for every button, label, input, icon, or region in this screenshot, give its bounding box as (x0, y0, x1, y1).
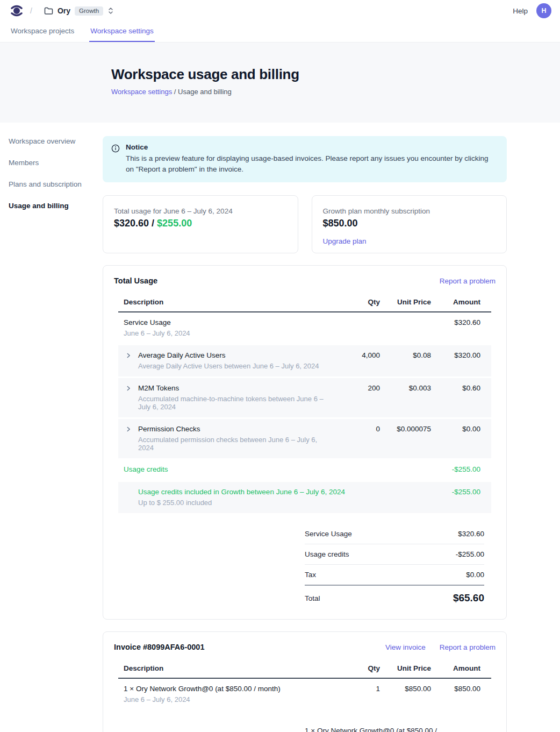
invoice-table: Description Qty Unit Price Amount 1 × Or… (118, 660, 491, 710)
summary-total-row: Total $65.60 (305, 586, 484, 606)
view-invoice-link[interactable]: View invoice (385, 643, 426, 651)
row-subtitle: Accumulated permission checks between Ju… (138, 436, 332, 452)
header-amount: Amount (431, 298, 480, 306)
row-subtitle: Up to $ 255.00 included (138, 499, 431, 507)
invoice-panel: Invoice #8099AFA6-0001 View invoice Repo… (103, 631, 507, 732)
notice-title: Notice (126, 143, 497, 151)
header-qty: Qty (332, 298, 380, 306)
help-button[interactable]: Help (513, 7, 528, 15)
sidebar-item-workspace-overview[interactable]: Workspace overview (9, 137, 103, 145)
invoice-panel-title: Invoice #8099AFA6-0001 (114, 643, 204, 651)
row-title: Permission Checks (138, 425, 332, 433)
chevron-right-icon[interactable] (124, 352, 133, 359)
usage-table: Description Qty Unit Price Amount Servic… (118, 294, 491, 513)
header-unit-price: Unit Price (380, 664, 431, 672)
row-qty: 1 (332, 685, 380, 693)
settings-sidebar: Workspace overview Members Plans and sub… (0, 123, 103, 732)
sidebar-item-usage-billing[interactable]: Usage and billing (9, 202, 103, 210)
table-row: Usage credits -$255.00 (118, 458, 491, 480)
row-subtitle: Accumulated machine-to-machine tokens be… (138, 395, 332, 411)
tab-workspace-projects[interactable]: Workspace projects (10, 22, 75, 42)
header-qty: Qty (332, 664, 380, 672)
total-usage-label: Total usage for June 6 – July 6, 2024 (114, 207, 287, 215)
usage-table-header: Description Qty Unit Price Amount (118, 294, 491, 312)
summary-row: Usage credits -$255.00 (305, 544, 484, 565)
chevron-right-icon[interactable] (124, 385, 133, 392)
table-row: M2M Tokens Accumulated machine-to-machin… (118, 378, 491, 417)
breadcrumb: Workspace settings / Usage and billing (111, 88, 560, 96)
row-amount: $320.60 (431, 318, 480, 326)
table-row: Permission Checks Accumulated permission… (118, 419, 491, 458)
summary-row: 1 × Ory Network Growth@0 (at $850.00 / m… (305, 721, 484, 732)
ory-logo-icon[interactable] (10, 4, 24, 18)
row-qty: 0 (332, 425, 380, 433)
row-unit-price: $0.08 (380, 351, 431, 359)
notice-banner: Notice This is a preview feature for dis… (103, 136, 507, 182)
plan-subscription-card: Growth plan monthly subscription $850.00… (312, 195, 507, 253)
plan-amount: $850.00 (323, 218, 496, 229)
invoice-table-header: Description Qty Unit Price Amount (118, 660, 491, 679)
row-amount: -$255.00 (431, 465, 480, 473)
row-amount: $0.00 (431, 425, 480, 433)
chevron-right-icon[interactable] (124, 426, 133, 432)
table-row: Usage credits included in Growth between… (118, 482, 491, 513)
folder-icon (44, 7, 53, 15)
page-header: Workspace usage and billing Workspace se… (0, 42, 560, 123)
page-title: Workspace usage and billing (111, 66, 560, 83)
row-unit-price: $0.003 (380, 384, 431, 392)
row-unit-price: $0.000075 (380, 425, 431, 433)
upgrade-plan-link[interactable]: Upgrade plan (323, 237, 367, 245)
row-subtitle: Average Daily Active Users between June … (138, 362, 319, 370)
row-amount: $320.00 (431, 351, 480, 359)
row-subtitle: June 6 – July 6, 2024 (124, 329, 332, 337)
report-problem-link[interactable]: Report a problem (440, 277, 496, 285)
total-usage-panel: Total Usage Report a problem Description… (103, 265, 507, 620)
top-bar: / Ory Growth Help H (0, 0, 560, 22)
avatar[interactable]: H (536, 3, 551, 18)
workspace-name[interactable]: Ory (58, 6, 70, 15)
workspace-plan-badge: Growth (75, 6, 103, 16)
summary-row: Tax $0.00 (305, 565, 484, 586)
row-title: Average Daily Active Users (138, 351, 319, 359)
notice-body: This is a preview feature for displaying… (126, 153, 497, 174)
row-title: Usage credits (124, 465, 431, 473)
usage-panel-title: Total Usage (114, 276, 157, 285)
table-row: Average Daily Active Users Average Daily… (118, 345, 491, 376)
breadcrumb-current: / Usage and billing (172, 88, 232, 96)
invoice-summary: 1 × Ory Network Growth@0 (at $850.00 / m… (305, 721, 484, 732)
usage-credit-value: $255.00 (157, 218, 192, 229)
row-title: 1 × Ory Network Growth@0 (at $850.00 / m… (124, 685, 332, 693)
total-usage-card: Total usage for June 6 – July 6, 2024 $3… (103, 195, 298, 253)
row-qty: 200 (332, 384, 380, 392)
workspace-switcher-icon[interactable] (107, 7, 114, 15)
tab-workspace-settings[interactable]: Workspace settings (89, 22, 155, 42)
table-row: 1 × Ory Network Growth@0 (at $850.00 / m… (118, 679, 491, 710)
row-qty: 4,000 (332, 351, 380, 359)
row-amount: -$255.00 (431, 488, 480, 496)
plan-label: Growth plan monthly subscription (323, 207, 496, 215)
sidebar-item-members[interactable]: Members (9, 159, 103, 167)
row-title: Service Usage (124, 318, 332, 326)
row-subtitle: June 6 – July 6, 2024 (124, 695, 332, 703)
workspace-tabs: Workspace projects Workspace settings (0, 22, 560, 42)
row-unit-price: $850.00 (380, 685, 431, 693)
header-description: Description (124, 298, 332, 306)
usage-summary: Service Usage $320.60 Usage credits -$25… (305, 524, 484, 606)
report-problem-link[interactable]: Report a problem (440, 643, 496, 651)
sidebar-item-plans-subscription[interactable]: Plans and subscription (9, 180, 103, 188)
table-row: Service Usage June 6 – July 6, 2024 $320… (118, 312, 491, 344)
row-title: M2M Tokens (138, 384, 332, 392)
header-unit-price: Unit Price (380, 298, 431, 306)
row-title: Usage credits included in Growth between… (138, 488, 431, 496)
summary-row: Service Usage $320.60 (305, 524, 484, 544)
total-usage-value: $320.60 / $255.00 (114, 218, 287, 229)
row-amount: $850.00 (431, 685, 480, 693)
breadcrumb-settings-link[interactable]: Workspace settings (111, 88, 172, 96)
info-icon (111, 144, 120, 174)
header-amount: Amount (431, 664, 480, 672)
row-amount: $0.60 (431, 384, 480, 392)
breadcrumb-separator: / (30, 6, 32, 15)
header-description: Description (124, 664, 332, 672)
